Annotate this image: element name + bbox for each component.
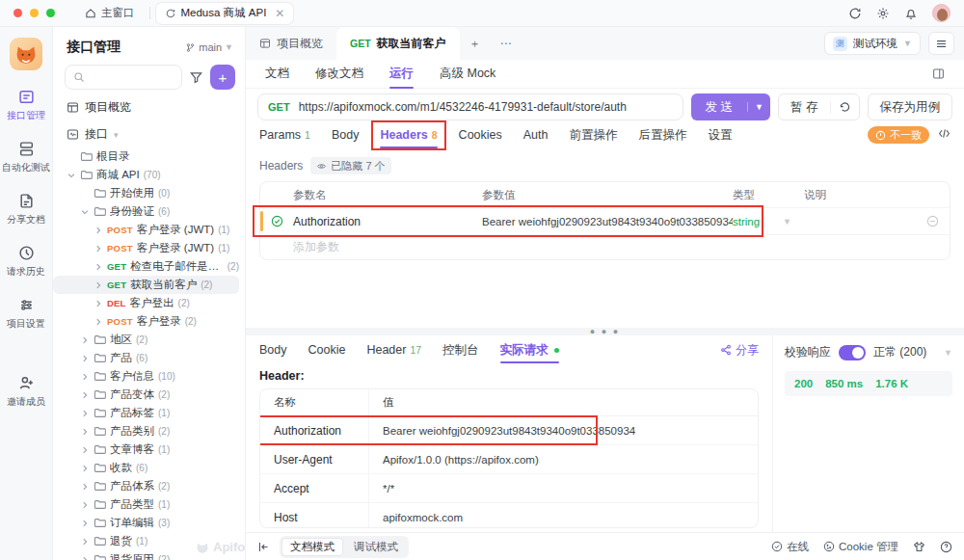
close-window-icon[interactable] <box>13 9 22 17</box>
save-as-case-button[interactable]: 保存为用例 <box>868 93 953 120</box>
request-tab-params[interactable]: Params1 <box>259 121 310 148</box>
caret-right-icon[interactable] <box>80 464 90 473</box>
caret-down-icon[interactable] <box>67 171 76 180</box>
request-tab-body[interactable]: Body <box>332 121 360 148</box>
tree-item-folder[interactable]: 客户信息(10) <box>53 367 239 386</box>
tree-item-folder[interactable]: 地区(2) <box>53 331 239 349</box>
table-row[interactable]: AuthorizationBearer weiohfgj0290923ut984… <box>260 416 758 445</box>
add-param-row[interactable]: 添加参数 <box>260 234 950 259</box>
response-tab-控制台[interactable]: 控制台 <box>442 336 479 363</box>
sidebar-item-api[interactable]: 接口 ▾ <box>53 123 245 146</box>
request-tab-auth[interactable]: Auth <box>523 121 549 148</box>
request-tab-后置操作[interactable]: 后置操作 <box>639 121 687 148</box>
response-tab-实际请求[interactable]: 实际请求 <box>500 336 559 363</box>
branch-selector[interactable]: main ▼ <box>185 41 233 53</box>
gear-icon[interactable] <box>876 7 890 20</box>
filter-icon[interactable] <box>189 70 203 85</box>
response-tab-body[interactable]: Body <box>259 336 287 363</box>
collapse-sidebar-icon[interactable] <box>257 541 270 553</box>
share-button[interactable]: 分享 <box>720 342 759 359</box>
send-options-icon[interactable]: ▼ <box>747 102 770 112</box>
param-type[interactable]: string <box>733 216 783 227</box>
cookie-manager[interactable]: Cookie 管理 <box>823 540 898 554</box>
tree-item-folder[interactable]: 身份验证(6) <box>53 202 239 221</box>
tree-item-api[interactable]: POST客户登录(2) <box>53 312 239 331</box>
tab-run[interactable]: 运行 <box>389 60 414 89</box>
tree-item-folder[interactable]: 收款(6) <box>53 459 239 477</box>
caret-right-icon[interactable] <box>80 335 90 345</box>
window-controls[interactable] <box>13 9 55 17</box>
mismatch-badge[interactable]: 不一致 <box>868 126 929 144</box>
theme-shirt-icon[interactable] <box>913 541 925 553</box>
caret-right-icon[interactable] <box>80 372 90 382</box>
nav-item-invite-member[interactable]: 邀请成员 <box>2 375 50 409</box>
remove-row-icon[interactable] <box>915 215 950 227</box>
environment-selector[interactable]: 测 测试环境 ▼ <box>824 32 921 55</box>
nav-item-api-manage[interactable]: 接口管理 <box>2 89 50 122</box>
project-window-tab[interactable]: Medusa 商城 API ✕ <box>156 3 294 24</box>
nav-item-share-doc[interactable]: 分享文档 <box>2 193 50 227</box>
undo-icon[interactable] <box>830 101 859 114</box>
caret-right-icon[interactable] <box>80 519 90 528</box>
pane-resize-handle[interactable]: ● ● ● <box>246 328 964 335</box>
tab-edit-doc[interactable]: 修改文档 <box>315 60 363 89</box>
caret-right-icon[interactable] <box>94 262 103 272</box>
apifox-logo[interactable] <box>10 38 42 70</box>
nav-item-request-history[interactable]: 请求历史 <box>2 245 50 279</box>
tree-item-api[interactable]: POST客户登录 (JWT)(1) <box>53 239 239 257</box>
chevron-down-icon[interactable]: ▼ <box>783 217 804 227</box>
caret-right-icon[interactable] <box>80 427 90 437</box>
caret-right-icon[interactable] <box>94 280 103 290</box>
online-status[interactable]: 在线 <box>771 540 809 554</box>
tab-mock[interactable]: 高级 Mock <box>440 60 495 89</box>
caret-right-icon[interactable] <box>94 317 103 327</box>
caret-right-icon[interactable] <box>80 500 90 510</box>
tree-item-api[interactable]: POST客户登录 (JWT)(1) <box>53 221 239 239</box>
table-row[interactable]: Hostapifoxmock.com <box>260 503 758 528</box>
code-view-icon[interactable] <box>938 127 951 143</box>
param-value[interactable]: Bearer weiohfgj0290923ut9843t9340o9t0338… <box>482 216 733 227</box>
tree-item-folder[interactable]: 产品体系(2) <box>53 477 239 495</box>
caret-right-icon[interactable] <box>80 555 90 560</box>
table-row[interactable]: User-AgentApifox/1.0.0 (https://apifox.c… <box>260 445 758 474</box>
tree-item-folder[interactable]: 产品类别(2) <box>53 422 239 440</box>
caret-down-icon[interactable] <box>80 207 90 217</box>
tree-item-folder[interactable]: 产品标签(1) <box>53 404 239 422</box>
nav-item-project-settings[interactable]: 项目设置 <box>2 297 50 331</box>
request-tab-设置[interactable]: 设置 <box>709 121 733 148</box>
send-button[interactable]: 发 送 ▼ <box>691 93 770 120</box>
tree-item-folder[interactable]: 根目录 <box>53 147 239 166</box>
tree-item-folder[interactable]: 产品变体(2) <box>53 386 239 404</box>
caret-right-icon[interactable] <box>80 445 90 455</box>
hidden-headers-badge[interactable]: 已隐藏 7 个 <box>310 157 390 174</box>
caret-right-icon[interactable] <box>80 409 90 418</box>
help-icon[interactable] <box>940 541 952 553</box>
zoom-window-icon[interactable] <box>46 9 55 17</box>
caret-right-icon[interactable] <box>80 482 90 492</box>
sidebar-item-overview[interactable]: 项目概览 <box>53 96 245 119</box>
tree-item-api[interactable]: GET获取当前客户(2) <box>53 276 239 294</box>
table-row[interactable]: Accept*/* <box>260 474 758 503</box>
bell-icon[interactable] <box>904 7 918 20</box>
tab-project-overview[interactable]: 项目概览 <box>246 27 336 60</box>
url-input[interactable]: GET https://apifoxmock.com/m1/4532246-41… <box>257 93 683 120</box>
new-tab-button[interactable]: ＋ <box>460 27 491 60</box>
tree-item-folder[interactable]: 产品类型(1) <box>53 495 239 514</box>
caret-right-icon[interactable] <box>80 354 90 363</box>
tree-item-api[interactable]: GET检查电子邮件是否...(2) <box>53 257 239 276</box>
tree-item-folder[interactable]: 订单编辑(3) <box>53 514 239 532</box>
search-input[interactable] <box>65 65 182 90</box>
request-tab-cookies[interactable]: Cookies <box>459 121 502 148</box>
split-panel-icon[interactable] <box>932 67 945 80</box>
avatar[interactable] <box>932 4 951 22</box>
tab-current-api[interactable]: GET 获取当前客户 <box>336 27 460 60</box>
request-tab-前置操作[interactable]: 前置操作 <box>570 121 618 148</box>
nav-item-auto-test[interactable]: 自动化测试 <box>2 141 50 174</box>
refresh-icon[interactable] <box>848 7 862 20</box>
caret-right-icon[interactable] <box>80 390 90 400</box>
response-tab-cookie[interactable]: Cookie <box>308 336 346 363</box>
response-tab-header[interactable]: Header17 <box>366 336 421 363</box>
request-tab-headers[interactable]: Headers8 <box>380 121 437 148</box>
add-api-button[interactable]: + <box>210 65 235 90</box>
chevron-down-icon[interactable]: ▼ <box>944 348 952 358</box>
